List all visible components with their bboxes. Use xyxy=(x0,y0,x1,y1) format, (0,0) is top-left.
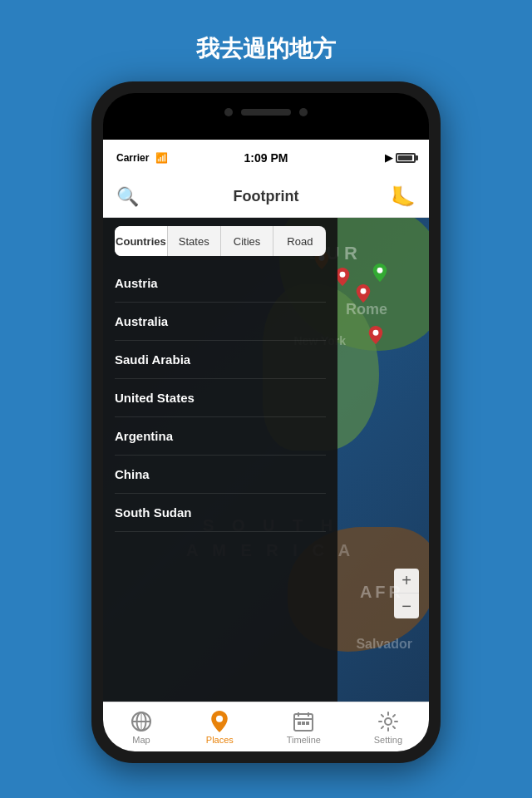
tab-setting-label: Setting xyxy=(374,735,402,745)
country-list: Austria Australia Saudi Arabia United St… xyxy=(103,264,337,532)
nav-bar: 🔍 Footprint 🦶 xyxy=(103,176,429,218)
tab-countries[interactable]: Countries xyxy=(115,226,168,256)
svg-point-2 xyxy=(361,288,367,294)
list-panel: Countries States Cities Road Austria Aus… xyxy=(103,218,337,702)
location-icon: ▶ xyxy=(385,152,392,164)
pin-icon xyxy=(208,710,231,733)
tab-road[interactable]: Road xyxy=(273,226,326,256)
footprint-icon[interactable]: 🦶 xyxy=(391,185,416,209)
phone-frame: Carrier 📶 1:09 PM ▶ 🔍 Footprint 🦶 xyxy=(91,81,441,763)
tab-timeline[interactable]: Timeline xyxy=(287,710,321,745)
zoom-in-button[interactable]: + xyxy=(394,569,419,594)
globe-icon xyxy=(130,710,153,733)
nav-title: Footprint xyxy=(234,188,299,205)
list-item[interactable]: South Sudan xyxy=(115,494,326,532)
svg-rect-15 xyxy=(302,722,305,725)
bottom-tab-bar: Map Places xyxy=(103,702,429,751)
svg-point-17 xyxy=(385,718,392,725)
zoom-out-button[interactable]: − xyxy=(394,594,419,618)
svg-point-9 xyxy=(216,715,223,722)
svg-rect-14 xyxy=(298,722,301,725)
svg-point-3 xyxy=(377,268,383,273)
speaker xyxy=(241,109,291,116)
tab-map[interactable]: Map xyxy=(130,710,153,745)
battery-icon xyxy=(396,153,416,163)
tab-bar: Countries States Cities Road xyxy=(115,226,326,256)
map-pin-3 xyxy=(356,284,371,303)
svg-point-4 xyxy=(373,330,379,336)
tab-timeline-label: Timeline xyxy=(287,735,321,745)
tab-places-label: Places xyxy=(206,735,234,745)
list-item[interactable]: Saudi Arabia xyxy=(115,341,326,379)
status-bar: Carrier 📶 1:09 PM ▶ xyxy=(103,140,429,176)
zoom-controls: + − xyxy=(394,569,419,618)
list-item[interactable]: Austria xyxy=(115,264,326,303)
list-item[interactable]: Australia xyxy=(115,303,326,341)
page-title: 我去過的地方 xyxy=(196,33,336,65)
list-item[interactable]: Argentina xyxy=(115,417,326,456)
camera xyxy=(224,108,233,116)
map-label-salvador: Salvador xyxy=(356,637,412,652)
svg-rect-16 xyxy=(306,722,309,725)
list-item[interactable]: United States xyxy=(115,379,326,417)
search-icon[interactable]: 🔍 xyxy=(116,186,139,208)
tab-setting[interactable]: Setting xyxy=(374,710,402,745)
map-label-rome: Rome xyxy=(346,301,387,318)
status-time: 1:09 PM xyxy=(244,151,288,165)
tab-states[interactable]: States xyxy=(168,226,221,256)
svg-point-1 xyxy=(340,272,346,278)
content-area: EUR Rome New York AFR S O U T H A M E R … xyxy=(103,218,429,702)
tab-places[interactable]: Places xyxy=(206,710,234,745)
list-item[interactable]: China xyxy=(115,456,326,494)
map-pin-4 xyxy=(372,264,387,282)
camera-right xyxy=(299,108,308,116)
tab-map-label: Map xyxy=(132,735,150,745)
map-pin-5 xyxy=(368,326,383,344)
carrier-label: Carrier xyxy=(116,152,149,164)
tab-cities[interactable]: Cities xyxy=(221,226,274,256)
gear-icon xyxy=(377,710,400,733)
calendar-icon xyxy=(292,710,315,733)
wifi-icon: 📶 xyxy=(155,152,168,164)
